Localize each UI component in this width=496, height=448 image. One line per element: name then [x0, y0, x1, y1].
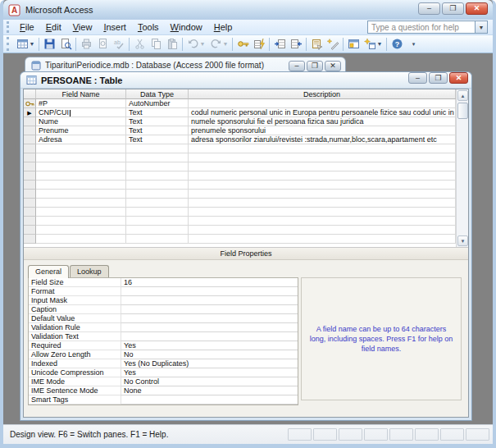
property-value[interactable]	[121, 395, 298, 405]
data-type-cell[interactable]	[126, 235, 189, 244]
db-restore-button[interactable]: ❐	[307, 61, 323, 71]
db-minimize-button[interactable]: –	[289, 61, 305, 71]
description-cell[interactable]	[189, 171, 456, 181]
tab-general[interactable]: General	[28, 265, 69, 278]
description-cell[interactable]	[189, 144, 456, 153]
maximize-button[interactable]: ❐	[442, 2, 464, 15]
delete-rows-button[interactable]	[288, 36, 304, 53]
indexes-button[interactable]	[251, 36, 267, 53]
table-maximize-button[interactable]: ❐	[429, 72, 448, 84]
property-name[interactable]: Validation Rule	[29, 323, 121, 332]
question-box-input[interactable]: Type a question for help	[367, 21, 476, 34]
field-name-cell[interactable]: CNP/CUI	[36, 108, 126, 117]
data-type-cell[interactable]: Text	[126, 108, 189, 117]
scroll-up-icon[interactable]: ▲	[457, 90, 468, 101]
property-name[interactable]: IME Mode	[29, 377, 121, 386]
toolbar-grip[interactable]	[7, 37, 11, 51]
description-cell[interactable]: codul numeric personal unic in Europa pe…	[189, 108, 456, 117]
menu-item[interactable]: Window	[165, 21, 208, 34]
data-type-cell[interactable]	[126, 181, 189, 190]
row-selector[interactable]	[24, 217, 36, 226]
property-value[interactable]	[121, 305, 298, 314]
menu-grip[interactable]	[7, 21, 11, 33]
data-type-cell[interactable]: Text	[126, 135, 189, 144]
field-name-cell[interactable]	[36, 226, 126, 235]
property-value[interactable]: No	[121, 350, 298, 359]
build-button[interactable]	[325, 36, 341, 53]
data-type-cell[interactable]	[126, 153, 189, 162]
db-close-button[interactable]: ✕	[325, 61, 341, 71]
row-selector[interactable]	[24, 171, 36, 181]
description-cell[interactable]	[189, 235, 456, 244]
grid-header-field-name[interactable]: Field Name	[36, 89, 126, 99]
description-cell[interactable]: prenumele sponsorului	[189, 126, 456, 135]
row-selector[interactable]	[24, 162, 36, 171]
description-cell[interactable]	[189, 190, 456, 199]
save-button[interactable]	[41, 36, 57, 53]
field-name-cell[interactable]	[36, 217, 126, 226]
data-type-cell[interactable]: Text	[126, 126, 189, 135]
new-object-button[interactable]: ▼	[362, 36, 385, 53]
question-box-dropdown[interactable]: ▼	[476, 21, 488, 34]
field-name-cell[interactable]	[36, 144, 126, 153]
row-selector[interactable]	[24, 153, 36, 162]
row-selector-current[interactable]: ▶	[24, 108, 36, 117]
field-name-cell[interactable]	[36, 153, 126, 162]
properties-button[interactable]	[308, 36, 325, 53]
row-selector[interactable]	[24, 235, 36, 244]
grid-header-data-type[interactable]: Data Type	[126, 89, 189, 99]
description-cell[interactable]	[189, 99, 456, 108]
data-type-cell[interactable]	[126, 190, 189, 199]
description-cell[interactable]	[189, 181, 456, 190]
row-selector[interactable]	[24, 144, 36, 153]
view-button[interactable]: ▼	[14, 36, 37, 53]
grid-header-description[interactable]: Description	[189, 89, 456, 99]
data-type-cell[interactable]: Text	[126, 117, 189, 126]
property-name[interactable]: Indexed	[29, 359, 121, 368]
field-name-cell[interactable]	[36, 181, 126, 190]
description-cell[interactable]	[189, 217, 456, 226]
data-type-cell[interactable]	[126, 217, 189, 226]
property-name[interactable]: Input Mask	[29, 296, 121, 305]
data-type-cell[interactable]	[126, 208, 189, 217]
field-name-cell[interactable]	[36, 199, 126, 208]
property-name[interactable]: Allow Zero Length	[29, 350, 121, 359]
property-value[interactable]: Yes	[121, 368, 298, 377]
property-value[interactable]	[121, 287, 298, 296]
field-name-cell[interactable]: Adresa	[36, 135, 126, 144]
row-selector[interactable]	[24, 226, 36, 235]
table-close-button[interactable]: ✕	[449, 72, 468, 84]
row-selector[interactable]	[24, 117, 36, 126]
data-type-cell[interactable]: AutoNumber	[126, 99, 189, 108]
property-name[interactable]: Validation Text	[29, 332, 121, 341]
property-name[interactable]: Required	[29, 341, 121, 350]
field-name-cell[interactable]: #P	[36, 99, 126, 108]
menu-item[interactable]: Edit	[40, 21, 67, 34]
row-selector[interactable]	[24, 190, 36, 199]
description-cell[interactable]	[189, 199, 456, 208]
property-value[interactable]	[121, 314, 298, 323]
field-name-cell[interactable]	[36, 190, 126, 199]
row-selector[interactable]	[24, 135, 36, 144]
data-type-cell[interactable]	[126, 171, 189, 181]
menu-item[interactable]: Tools	[132, 21, 165, 34]
property-value[interactable]: No Control	[121, 377, 298, 386]
help-button[interactable]: ?	[389, 36, 405, 53]
toolbar-options-button[interactable]: ▾	[405, 36, 421, 53]
menu-item[interactable]: View	[67, 21, 98, 34]
data-type-cell[interactable]	[126, 226, 189, 235]
property-value[interactable]: Yes (No Duplicates)	[121, 359, 298, 368]
description-cell[interactable]	[189, 208, 456, 217]
description-cell[interactable]: numele sponsorului fie el persoana fizic…	[189, 117, 456, 126]
field-name-cell[interactable]	[36, 208, 126, 217]
scroll-down-icon[interactable]: ▼	[457, 235, 468, 246]
row-selector[interactable]	[24, 126, 36, 135]
property-value[interactable]: 16	[121, 278, 298, 287]
field-name-cell[interactable]: Prenume	[36, 126, 126, 135]
primary-key-button[interactable]	[234, 36, 251, 53]
menu-item[interactable]: File	[14, 21, 40, 34]
property-value[interactable]: Yes	[121, 341, 298, 350]
menu-item[interactable]: Help	[208, 21, 239, 34]
minimize-button[interactable]: –	[418, 2, 440, 15]
description-cell[interactable]	[189, 153, 456, 162]
